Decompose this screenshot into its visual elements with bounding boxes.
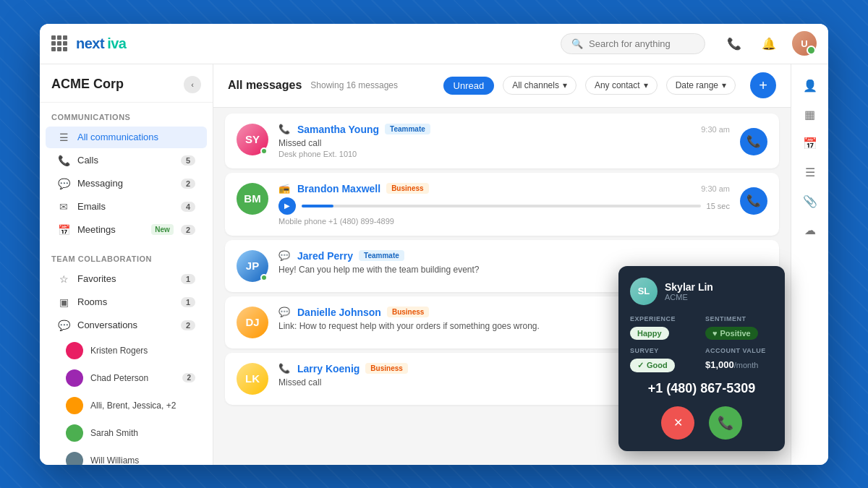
- msg-sub-2: Mobile phone +1 (480) 899-4899: [278, 217, 730, 226]
- sidebar-item-rooms[interactable]: ▣ Rooms 1: [46, 291, 207, 313]
- decline-icon: ✕: [673, 416, 683, 429]
- nav-icons: 📞 🔔 U: [723, 31, 817, 56]
- will-williams-label: Will Williams: [90, 455, 195, 465]
- grid-sidebar-icon[interactable]: ▦: [797, 102, 823, 128]
- filter-channels-button[interactable]: All channels ▾: [503, 76, 576, 95]
- msg-sub: Desk phone Ext. 1010: [278, 150, 730, 158]
- clip-sidebar-icon[interactable]: 📎: [797, 189, 823, 215]
- samantha-young-initials: SY: [245, 133, 260, 145]
- chevron-down-icon-2: ▾: [644, 80, 648, 90]
- brandon-maxwell-avatar: BM: [237, 183, 268, 215]
- sentiment-value: ♥ Positive: [705, 327, 758, 340]
- survey-value: ✓ Good: [630, 359, 675, 372]
- favorites-label: Favorites: [77, 273, 174, 284]
- calls-label: Calls: [77, 155, 174, 166]
- user-avatar[interactable]: U: [792, 31, 817, 56]
- conversation-kristen-rogers[interactable]: Kristen Rogers: [46, 338, 207, 364]
- top-nav: nextiva 🔍 📞 🔔 U: [40, 24, 828, 64]
- filter-unread-button[interactable]: Unread: [443, 77, 495, 95]
- call-action-button[interactable]: 📞: [740, 128, 767, 155]
- sender-tag-5: Business: [365, 363, 407, 374]
- search-icon: 🔍: [571, 38, 583, 49]
- filter-contact-button[interactable]: Any contact ▾: [585, 76, 658, 95]
- samantha-young-avatar: SY: [237, 124, 268, 155]
- decline-call-button[interactable]: ✕: [661, 406, 694, 440]
- incoming-call-popup: SL Skylar Lin ACME EXPERIENCE Happy SENT…: [618, 266, 785, 451]
- phone-nav-icon[interactable]: 📞: [723, 32, 746, 55]
- right-sidebar: 👤 ▦ 📅 ☰ 📎 ☁: [791, 64, 828, 465]
- search-input[interactable]: [589, 38, 694, 49]
- voicemail-progress-bar[interactable]: [302, 205, 701, 207]
- sidebar-item-favorites[interactable]: ☆ Favorites 1: [46, 268, 207, 290]
- messaging-badge: 2: [181, 179, 195, 189]
- conversation-sarah-smith[interactable]: Sarah Smith: [46, 420, 207, 446]
- message-type-icon: 💬: [278, 250, 290, 261]
- account-value-cell: ACCOUNT VALUE $1,000/month: [705, 347, 773, 372]
- favorites-icon: ☆: [57, 273, 70, 285]
- message-type-icon-2: 💬: [278, 307, 290, 317]
- chad-peterson-badge: 2: [182, 373, 195, 382]
- sidebar-item-messaging[interactable]: 💬 Messaging 2: [46, 173, 207, 194]
- conversation-chad-peterson[interactable]: Chad Peterson 2: [46, 365, 207, 391]
- conversations-icon: 💬: [57, 320, 70, 331]
- team-collaboration-label: Team collaboration: [40, 244, 213, 267]
- bell-nav-icon[interactable]: 🔔: [757, 32, 780, 55]
- sidebar: ACME Corp ‹ Communications ☰ All communi…: [40, 64, 213, 465]
- list-sidebar-icon[interactable]: ☰: [797, 160, 823, 186]
- sidebar-item-meetings[interactable]: 📅 Meetings New 2: [46, 219, 207, 241]
- cloud-sidebar-icon[interactable]: ☁: [797, 218, 823, 244]
- app-window: nextiva 🔍 📞 🔔 U ACME Corp ‹ Communicatio…: [40, 24, 828, 465]
- conversation-will-williams[interactable]: Will Williams: [46, 448, 207, 465]
- account-value-label: ACCOUNT VALUE: [705, 347, 773, 354]
- will-williams-avatar: [66, 452, 83, 465]
- call-action-button-2[interactable]: 📞: [740, 187, 767, 215]
- message-card-brandon-maxwell[interactable]: BM 📻 Brandon Maxwell Business 9:30 am ▶: [225, 173, 779, 236]
- survey-label: SURVEY: [630, 347, 698, 354]
- msg-top: 📞 Samantha Young Teammate 9:30 am: [278, 124, 730, 135]
- calendar-sidebar-icon[interactable]: 📅: [797, 131, 823, 157]
- apps-grid-icon[interactable]: [51, 35, 67, 51]
- sentiment-cell: SENTIMENT ♥ Positive: [705, 315, 773, 340]
- popup-company-name: ACME: [665, 293, 713, 301]
- popup-call-actions: ✕ 📞: [630, 406, 773, 440]
- message-card-samantha-young[interactable]: SY 📞 Samantha Young Teammate 9:30 am Mis…: [225, 114, 779, 168]
- check-icon: ✓: [637, 361, 644, 370]
- logo-next: next: [76, 35, 104, 52]
- calls-icon: 📞: [57, 155, 70, 166]
- call-type-icon-2: 📞: [278, 363, 290, 374]
- person-sidebar-icon[interactable]: 👤: [797, 73, 823, 99]
- favorites-badge: 1: [181, 274, 195, 284]
- meetings-label: Meetings: [77, 224, 144, 235]
- filter-date-label: Date range: [676, 80, 718, 90]
- meetings-badge: 2: [181, 225, 195, 235]
- collapse-button[interactable]: ‹: [184, 76, 201, 93]
- logo-iva: iva: [107, 35, 126, 52]
- online-indicator: [260, 147, 268, 155]
- voicemail-controls: ▶ 15 sec: [278, 197, 730, 215]
- popup-avatar: SL: [630, 278, 658, 305]
- rooms-label: Rooms: [77, 296, 174, 307]
- meetings-new-badge: New: [151, 224, 174, 235]
- chad-peterson-avatar: [66, 369, 83, 387]
- search-bar[interactable]: 🔍: [561, 33, 705, 54]
- add-message-button[interactable]: +: [750, 72, 776, 98]
- sentiment-label: SENTIMENT: [705, 315, 773, 322]
- messages-header: All messages Showing 16 messages Unread …: [213, 64, 791, 108]
- chad-peterson-label: Chad Peterson: [90, 373, 175, 383]
- popup-phone-number: +1 (480) 867-5309: [630, 381, 773, 396]
- kristen-rogers-label: Kristen Rogers: [90, 346, 195, 356]
- conversation-group[interactable]: Alli, Brent, Jessica, +2: [46, 393, 207, 419]
- popup-metrics-grid: EXPERIENCE Happy SENTIMENT ♥ Positive SU…: [630, 315, 773, 372]
- filter-date-button[interactable]: Date range ▾: [666, 76, 736, 95]
- accept-call-button[interactable]: 📞: [709, 406, 742, 440]
- msg-top-3: 💬 Jared Perry Teammate: [278, 250, 767, 262]
- play-voicemail-button[interactable]: ▶: [278, 197, 296, 215]
- sidebar-item-all-communications[interactable]: ☰ All communications: [46, 127, 207, 148]
- emails-label: Emails: [77, 201, 174, 212]
- sidebar-item-calls[interactable]: 📞 Calls 5: [46, 150, 207, 171]
- brandon-maxwell-body: 📻 Brandon Maxwell Business 9:30 am ▶ 15 …: [278, 183, 730, 226]
- accept-icon: 📞: [718, 415, 733, 431]
- sidebar-item-conversations[interactable]: 💬 Conversations 2: [46, 314, 207, 336]
- messages-count: Showing 16 messages: [310, 80, 398, 90]
- sidebar-item-emails[interactable]: ✉ Emails 4: [46, 196, 207, 218]
